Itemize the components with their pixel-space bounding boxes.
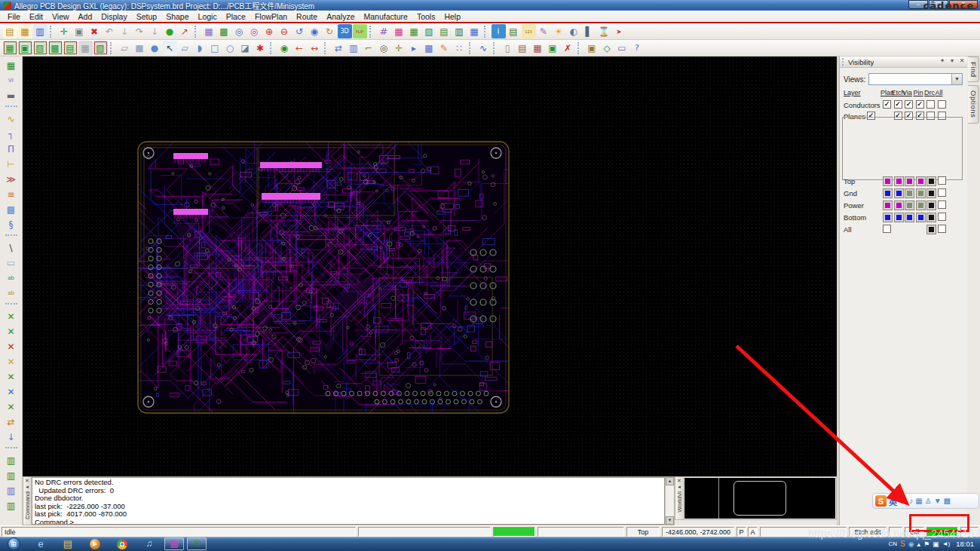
- snapshot-button[interactable]: ◎: [377, 41, 391, 55]
- color-dialog-button[interactable]: ▦: [392, 24, 406, 38]
- views-dropdown[interactable]: ▼: [868, 73, 963, 85]
- report-new-button[interactable]: ▯: [501, 41, 515, 55]
- gnd-pin-swatch[interactable]: [916, 188, 926, 198]
- top-drc-swatch[interactable]: [926, 176, 936, 186]
- report-open-button[interactable]: ▤: [516, 41, 530, 55]
- menu-manufacture[interactable]: Manufacture: [360, 12, 412, 21]
- undo-button[interactable]: ↶: [103, 24, 117, 38]
- place-manual-4-button[interactable]: ▥: [4, 499, 18, 513]
- route-loop-button[interactable]: §: [4, 218, 18, 232]
- bottom-pin-swatch[interactable]: [916, 213, 926, 222]
- vi-tool-button[interactable]: VI: [4, 74, 18, 88]
- edit-text-button[interactable]: ab: [4, 286, 18, 301]
- delete-button[interactable]: ✖: [87, 24, 102, 38]
- music-app-icon[interactable]: ♫: [139, 537, 159, 550]
- messenger-tray-icon[interactable]: ◉: [908, 540, 914, 548]
- menu-analyze[interactable]: Analyze: [322, 12, 359, 21]
- select-shape-button[interactable]: ↖: [163, 41, 177, 55]
- action-center-flag[interactable]: ⚑: [923, 540, 929, 548]
- delete-islands-button[interactable]: ✱: [253, 41, 268, 55]
- shape-circle-filled-button[interactable]: ●: [148, 41, 162, 55]
- stretch-gap-button[interactable]: ↔: [308, 41, 322, 55]
- bottom-all-checkbox[interactable]: [938, 213, 946, 221]
- net-rats-4-button[interactable]: ✕: [4, 370, 18, 384]
- scroll-down-icon[interactable]: ▼: [666, 516, 674, 525]
- shape-rect-filled-button[interactable]: ■: [133, 41, 147, 55]
- menu-flowplan[interactable]: FlowPlan: [250, 12, 292, 21]
- sogou-tray-icon[interactable]: S: [900, 540, 905, 548]
- route-editor-button[interactable]: ⇄: [332, 41, 346, 55]
- command-prompt[interactable]: Command >: [35, 519, 662, 525]
- design-canvas-area[interactable]: [23, 57, 837, 476]
- redo-drop-button[interactable]: ↓: [148, 24, 162, 38]
- keyboard-icon[interactable]: ▦: [915, 497, 922, 505]
- dither-grid-button[interactable]: ▩: [422, 41, 436, 55]
- explorer-folder-icon[interactable]: ▤: [58, 537, 78, 550]
- report-gift-button[interactable]: ▦: [531, 41, 545, 55]
- view-3d-button[interactable]: 3D: [338, 24, 352, 38]
- top-via-swatch[interactable]: [905, 176, 914, 186]
- board-tool-5-button[interactable]: ▤: [63, 41, 78, 55]
- start-button[interactable]: ⊞: [8, 537, 20, 550]
- power-plan-swatch[interactable]: [883, 201, 893, 210]
- key-unlock-button[interactable]: ⌐: [362, 41, 376, 55]
- day-mode-button[interactable]: ☀: [552, 24, 566, 38]
- shape-polygon-button[interactable]: ▱: [118, 41, 132, 55]
- show-measure-button[interactable]: 123: [522, 24, 536, 38]
- shadow-mode-button[interactable]: ▧: [422, 24, 436, 38]
- swap-pins-button[interactable]: ⇄: [4, 415, 18, 430]
- dehighlight-brush-button[interactable]: ✎: [537, 24, 551, 38]
- bottom-plan-swatch[interactable]: [883, 213, 893, 222]
- menu-setup[interactable]: Setup: [132, 12, 161, 21]
- scroll-up-icon[interactable]: ▲: [666, 477, 674, 485]
- close-icon[interactable]: ✕: [958, 57, 966, 64]
- worldview-close-icon[interactable]: ✕: [677, 478, 681, 484]
- place-manual-3-button[interactable]: ▥: [4, 484, 18, 498]
- gnd-via-swatch[interactable]: [905, 188, 914, 198]
- export-net-button[interactable]: ◇: [600, 41, 614, 55]
- power-pin-swatch[interactable]: [916, 201, 926, 210]
- top-etch-swatch[interactable]: [894, 176, 904, 186]
- flip-design-button[interactable]: FLIP: [353, 24, 367, 38]
- zoom-previous-button[interactable]: ↺: [292, 24, 307, 38]
- bottom-etch-swatch[interactable]: [894, 213, 904, 222]
- night-mode-button[interactable]: ◐: [567, 24, 581, 38]
- board-open-button[interactable]: ▦: [4, 59, 18, 73]
- property-edit-button[interactable]: ▦: [467, 24, 482, 38]
- menu-place[interactable]: Place: [222, 12, 250, 21]
- chrome-icon[interactable]: [112, 537, 132, 550]
- add-text-button[interactable]: ab: [4, 271, 18, 286]
- all-all-checkbox[interactable]: [938, 225, 946, 233]
- board-tool-6-button[interactable]: ▦: [78, 41, 93, 55]
- menu-add[interactable]: Add: [74, 12, 97, 21]
- chevron-down-icon[interactable]: ▾: [948, 57, 956, 64]
- console-strip[interactable]: ✕ ◂ Command: [23, 477, 32, 525]
- zoom-in-alt-button[interactable]: ⊕: [262, 24, 277, 38]
- menu-shape[interactable]: Shape: [161, 12, 193, 21]
- add-line-button[interactable]: \: [4, 241, 18, 256]
- rect-outline-button[interactable]: □: [208, 41, 222, 55]
- bottom-drc-swatch[interactable]: [926, 213, 936, 222]
- place-manual-1-button[interactable]: ▥: [4, 454, 18, 468]
- zoom-in-button[interactable]: ◎: [232, 24, 247, 38]
- move-button[interactable]: ✛: [57, 24, 72, 38]
- tab-options[interactable]: Options: [968, 85, 979, 123]
- top-plan-swatch[interactable]: [883, 176, 893, 186]
- conductors-pin-checkbox[interactable]: ✓: [916, 100, 924, 109]
- emoji-icon[interactable]: ☺: [899, 497, 907, 505]
- undo-drop-button[interactable]: ↓: [118, 24, 132, 38]
- menu-logic[interactable]: Logic: [194, 12, 222, 21]
- visibility-panel-header[interactable]: Visibility ✦▾✕: [840, 57, 967, 68]
- route-corner-button[interactable]: ┐: [4, 127, 18, 142]
- copy-button[interactable]: ▣: [72, 24, 87, 38]
- conductors-all-checkbox[interactable]: [938, 100, 946, 109]
- menu-route[interactable]: Route: [292, 12, 322, 21]
- place-manual-2-button[interactable]: ▥: [4, 469, 18, 483]
- volume-icon[interactable]: ◄): [942, 540, 951, 548]
- show-element-button[interactable]: i: [492, 24, 506, 38]
- power-drc-swatch[interactable]: [926, 201, 936, 210]
- new-file-button[interactable]: ▤: [3, 24, 17, 38]
- pin-mark-button[interactable]: ↗: [178, 24, 192, 38]
- console-output[interactable]: No DRC errors detected. Updated DRC erro…: [32, 477, 665, 525]
- align-parts-button[interactable]: ▥: [347, 41, 361, 55]
